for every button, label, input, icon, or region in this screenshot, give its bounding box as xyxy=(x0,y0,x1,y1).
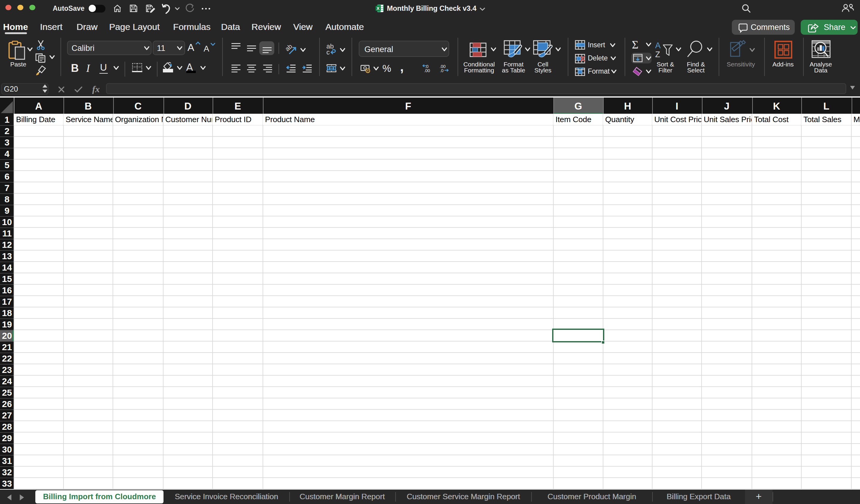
svg-text:X: X xyxy=(376,5,379,11)
svg-text:c: c xyxy=(326,48,330,55)
svg-text:Z: Z xyxy=(655,50,660,59)
svg-text:.00: .00 xyxy=(424,68,430,72)
svg-text:.0: .0 xyxy=(440,68,443,72)
svg-text:A: A xyxy=(655,41,660,50)
